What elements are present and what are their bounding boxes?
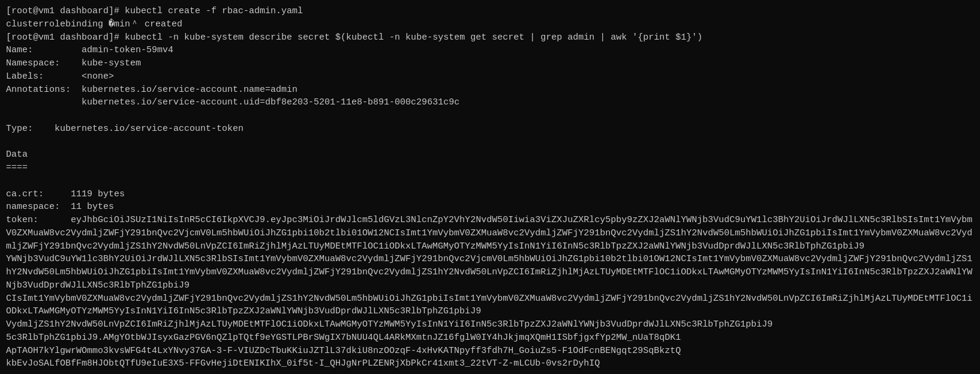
line-token-4: VydmljZS1hY2NvdW50LnVpZCI6ImRiZjhlMjAzLT… [6,318,974,331]
prompt-2: [root@vm1 dashboard]# [6,32,125,43]
line-token-5: 5c3RlbTphZG1pbiJ9.AMgYOtbWJIsyxGazPGV6nQ… [6,331,974,345]
terminal: [root@vm1 dashboard]# kubectl create -f … [0,0,980,374]
line-annotations-2: kubernetes.io/service-account.uid=dbf8e2… [6,96,974,109]
empty-1 [6,109,974,122]
line-cacrt: ca.crt: 1119 bytes [6,188,974,201]
line-2: clusterrolebinding �min＾ created [6,18,974,31]
prompt-1: [root@vm1 dashboard]# [6,6,125,16]
line-type: Type: kubernetes.io/service-account-toke… [6,122,974,136]
line-1: [root@vm1 dashboard]# kubectl create -f … [6,5,974,18]
line-3: [root@vm1 dashboard]# kubectl -n kube-sy… [6,31,974,44]
line-data-sep: ==== [6,161,974,175]
empty-2 [6,136,974,149]
cmd-1: kubectl create -f rbac-admin.yaml [125,6,303,16]
line-name: Name: admin-token-59mv4 [6,44,974,57]
line-nsdata: namespace: 11 bytes [6,201,974,214]
line-token-2: YWNjb3VudC9uYW1lc3BhY2UiOiJrdWJlLXN5c3Rl… [6,253,974,292]
line-token-7: kbEvJoSALfOBfFm8HJObtQTfU9eIuE3X5-FFGvHe… [6,357,974,370]
line-labels: Labels: <none> [6,70,974,83]
line-annotations: Annotations: kubernetes.io/service-accou… [6,83,974,97]
line-token-3: CIsImt1YmVybmV0ZXMuaW8vc2VydmljZWFjY291b… [6,292,974,319]
line-data-header: Data [6,148,974,161]
cmd-2: kubectl -n kube-system describe secret $… [125,32,702,43]
empty-3 [6,175,974,188]
line-token-6: ApTAOH7kYlgwrWOmmo3kvsWFG4t4LxYNvy37GA-3… [6,345,974,358]
line-namespace: Namespace: kube-system [6,57,974,70]
line-token-1: token: eyJhbGciOiJSUzI1NiIsInR5cCI6IkpXV… [6,214,974,253]
